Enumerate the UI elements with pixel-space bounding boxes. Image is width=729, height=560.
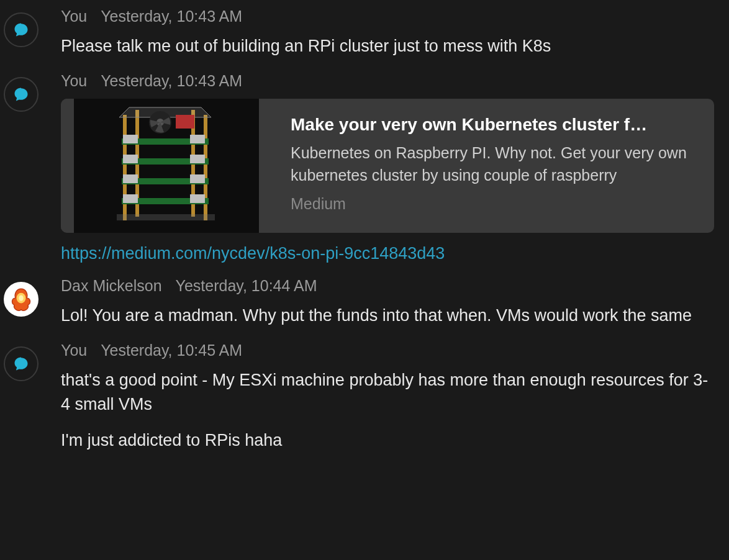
message: You Yesterday, 10:43 AM Please talk me o… (4, 7, 714, 58)
author-label: Dax Mickelson (61, 277, 162, 295)
svg-rect-20 (190, 194, 205, 203)
link-preview-title: Make your very own Kubernetes cluster f… (291, 115, 695, 135)
author-label: You (61, 72, 87, 90)
message-body: Dax Mickelson Yesterday, 10:44 AM Lol! Y… (61, 277, 714, 328)
link-preview-source: Medium (291, 195, 695, 213)
chat-bubble-icon (12, 21, 30, 38)
chat-bubble-icon (12, 355, 30, 373)
svg-rect-1 (123, 115, 127, 220)
author-label: You (61, 7, 87, 25)
message-meta: You Yesterday, 10:45 AM (61, 341, 714, 359)
message: Dax Mickelson Yesterday, 10:44 AM Lol! Y… (4, 277, 714, 328)
author-label: You (61, 341, 87, 359)
svg-rect-8 (176, 115, 194, 129)
svg-rect-10 (123, 135, 138, 143)
svg-rect-11 (190, 135, 205, 143)
svg-rect-21 (117, 214, 215, 220)
message-text: Please talk me out of building an RPi cl… (61, 34, 714, 58)
svg-point-24 (19, 296, 23, 301)
svg-rect-17 (190, 174, 205, 183)
message-body: You Yesterday, 10:43 AM Please talk me o… (61, 7, 714, 58)
avatar-self[interactable] (4, 346, 38, 381)
svg-rect-16 (123, 174, 138, 183)
timestamp: Yesterday, 10:43 AM (101, 72, 242, 90)
message-text: Lol! You are a madman. Why put the funds… (61, 304, 714, 328)
avatar-self[interactable] (4, 77, 38, 112)
avatar-self[interactable] (4, 12, 38, 47)
message-body: You Yesterday, 10:45 AM that's a good po… (61, 341, 714, 452)
message-text: that's a good point - My ESXi machine pr… (61, 368, 714, 417)
svg-rect-13 (123, 155, 138, 163)
avatar-dax[interactable] (4, 282, 38, 317)
message-link[interactable]: https://medium.com/nycdev/k8s-on-pi-9cc1… (61, 244, 445, 263)
message-meta: You Yesterday, 10:43 AM (61, 72, 714, 90)
svg-rect-14 (190, 155, 205, 163)
svg-rect-2 (204, 115, 207, 220)
message: You Yesterday, 10:43 AM (4, 72, 714, 263)
message-body: You Yesterday, 10:43 AM (61, 72, 714, 263)
timestamp: Yesterday, 10:44 AM (176, 277, 317, 295)
timestamp: Yesterday, 10:43 AM (101, 7, 242, 25)
message: You Yesterday, 10:45 AM that's a good po… (4, 341, 714, 452)
message-meta: You Yesterday, 10:43 AM (61, 7, 714, 25)
chat-bubble-icon (12, 86, 30, 103)
link-preview-info: Make your very own Kubernetes cluster f…… (272, 99, 714, 233)
link-preview-desc: Kubernetes on Raspberry PI. Why not. Get… (291, 142, 695, 186)
link-preview-thumb (74, 99, 259, 233)
timestamp: Yesterday, 10:45 AM (101, 341, 242, 359)
chat-log: You Yesterday, 10:43 AM Please talk me o… (0, 0, 729, 453)
svg-rect-19 (123, 194, 138, 203)
message-text: I'm just addicted to RPis haha (61, 428, 714, 453)
link-preview-card[interactable]: Make your very own Kubernetes cluster f…… (61, 99, 714, 233)
message-meta: Dax Mickelson Yesterday, 10:44 AM (61, 277, 714, 295)
explosion-icon (5, 282, 37, 317)
link-preview-thumb-wrap (61, 99, 272, 233)
rpi-cluster-icon (86, 104, 247, 228)
